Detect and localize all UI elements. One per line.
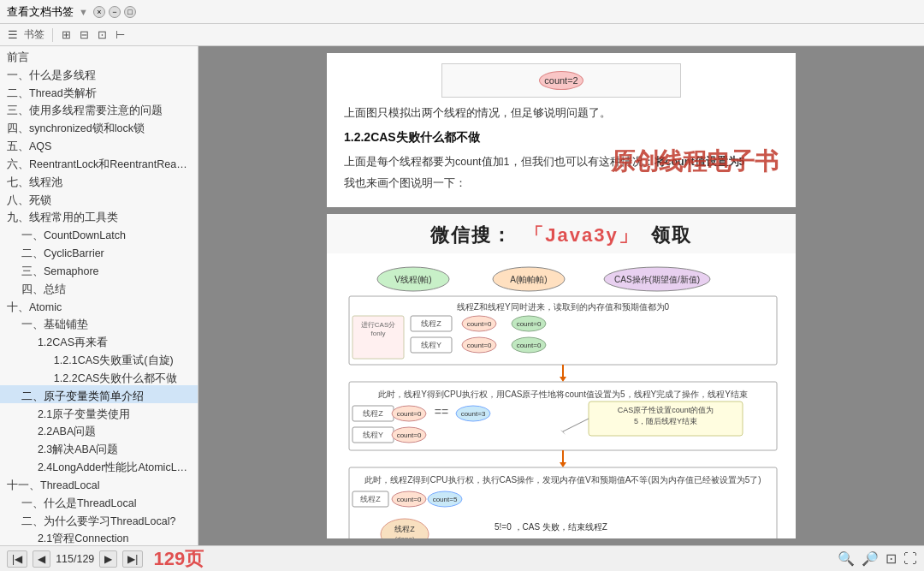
sidebar-item-10-2-2[interactable]: 2.2ABA问题 (0, 420, 198, 438)
prev-page-btn[interactable]: ◀ (33, 550, 50, 568)
toolbar-btn-3[interactable]: ⊡ (95, 27, 110, 42)
svg-text:线程Y: 线程Y (363, 431, 383, 439)
close-btn[interactable]: × (93, 6, 105, 18)
svg-text:CAS操作(期望值/新值): CAS操作(期望值/新值) (614, 275, 700, 284)
min-btn[interactable]: − (109, 6, 121, 18)
page-top-content: count=2 上面图只模拟出两个线程的情况，但足够说明问题了。 1.2.2CA… (327, 53, 796, 207)
sidebar-item-11-2-1[interactable]: 2.1管程Connection (0, 527, 198, 545)
diagram-svg: V线程(帕) A(帕帕帕) CAS操作(期望值/新值) 线程Z和线程Y同时进来，… (341, 260, 782, 538)
sidebar-item-7[interactable]: 七、线程池 (0, 171, 198, 189)
promo-header: 微信搜： 「Java3y」 领取 (327, 214, 796, 253)
intro-text: 上面是每个线程都要为count值加1，但我们也可以有这种情况：将count值设置… (344, 153, 779, 171)
next-page-btn[interactable]: ▶ (99, 550, 117, 568)
fullscreen-icon[interactable]: ⛶ (903, 551, 917, 567)
toolbar-menu-icon[interactable]: ☰ (5, 27, 21, 42)
sidebar-item-preface[interactable]: 前言 (0, 46, 198, 64)
main-layout: 前言 一、什么是多线程 二、Thread类解析 三、使用多线程需要注意的问题 四… (0, 46, 924, 545)
svg-text:CAS原子性设置count的值为: CAS原子性设置count的值为 (618, 406, 714, 414)
svg-text:==: == (435, 405, 448, 419)
intro-para: 上面图只模拟出两个线程的情况，但足够说明问题了。 (344, 104, 779, 122)
svg-text:V线程(帕): V线程(帕) (394, 275, 431, 284)
toolbar-separator (52, 28, 53, 42)
promo-text1: 微信搜： (430, 224, 512, 246)
fit-icon[interactable]: ⊡ (886, 550, 897, 567)
svg-text:(done): (done) (394, 535, 414, 538)
toolbar-btn-1[interactable]: ⊞ (59, 27, 74, 42)
svg-text:fonly: fonly (371, 330, 386, 337)
title-bar-controls: × − □ (93, 6, 136, 18)
sidebar-item-8[interactable]: 八、死锁 (0, 189, 198, 207)
page-view: count=2 上面图只模拟出两个线程的情况，但足够说明问题了。 1.2.2CA… (198, 46, 924, 545)
svg-text:count=0: count=0 (397, 431, 422, 439)
svg-text:5，随后线程Y结束: 5，随后线程Y结束 (634, 417, 697, 425)
sidebar-item-10-1-2-1[interactable]: 1.2.1CAS失败重试(自旋) (0, 349, 198, 367)
sidebar-item-9-2[interactable]: 二、CyclicBarrier (0, 242, 198, 260)
svg-text:线程Z: 线程Z (363, 409, 383, 418)
sidebar-item-6[interactable]: 六、ReentrantLock和ReentrantReadW... (0, 153, 198, 171)
toolbar-btn-2[interactable]: ⊟ (77, 27, 92, 42)
svg-text:count=3: count=3 (461, 410, 486, 418)
sidebar-item-11-1[interactable]: 一、什么是ThreadLocal (0, 492, 198, 510)
sidebar-item-semaphore[interactable]: 三、Semaphore (0, 260, 198, 278)
svg-marker-24 (560, 377, 566, 382)
svg-text:进行CAS分: 进行CAS分 (361, 321, 395, 329)
sidebar-item-2[interactable]: 二、Thread类解析 (0, 82, 198, 100)
promo-quote: 「Java3y」 (524, 224, 638, 246)
toolbar-label: 书签 (24, 27, 44, 42)
max-btn[interactable]: □ (124, 6, 136, 18)
bottom-icons: 🔍 🔎 ⊡ ⛶ (838, 550, 917, 567)
svg-text:此时，线程Y得到CPU执行权，用CAS原子性地将count值: 此时，线程Y得到CPU执行权，用CAS原子性地将count值设置为5，线程Y完成… (378, 390, 748, 399)
svg-text:count=0: count=0 (467, 342, 492, 349)
svg-text:此时，线程Z得到CPU执行权，执行CAS操作，发现内存值V和: 此时，线程Z得到CPU执行权，执行CAS操作，发现内存值V和预期值A不等(因为内… (364, 475, 761, 485)
page-bottom-panel: 微信搜： 「Java3y」 领取 V线程(帕) A(帕帕帕) CAS操作(期望值… (327, 214, 796, 538)
top-diagram: count=2 (344, 63, 779, 98)
sidebar-item-3[interactable]: 三、使用多线程需要注意的问题 (0, 99, 198, 117)
sidebar-item-10-1[interactable]: 一、基础铺垫 (0, 313, 198, 331)
svg-text:count=0: count=0 (397, 410, 422, 418)
section-title-cas-fail: 1.2.2CAS失败什么都不做 (344, 128, 779, 148)
sidebar-item-9-4[interactable]: 四、总结 (0, 278, 198, 296)
svg-text:5!=0 ，CAS 失败，结束线程Z: 5!=0 ，CAS 失败，结束线程Z (495, 522, 607, 532)
svg-text:线程Z: 线程Z (421, 319, 441, 328)
sidebar-item-5[interactable]: 五、AQS (0, 135, 198, 153)
title-bar-text: 查看文档书签 (7, 4, 74, 20)
diagram-area: V线程(帕) A(帕帕帕) CAS操作(期望值/新值) 线程Z和线程Y同时进来，… (327, 253, 796, 538)
sidebar-item-10-1-2-2[interactable]: 1.2.2CAS失败什么都不做 (0, 367, 198, 385)
sidebar-item-11-2[interactable]: 二、为什么要学习ThreadLocal? (0, 510, 198, 528)
first-page-btn[interactable]: |◀ (7, 550, 27, 568)
sidebar-item-10-2-4[interactable]: 2.4LongAdder性能比AtomicLon... (0, 456, 198, 474)
toolbar: ☰ 书签 ⊞ ⊟ ⊡ ⊢ (0, 24, 924, 46)
sidebar-item-10-1-2[interactable]: 1.2CAS再来看 (0, 331, 198, 349)
svg-text:线程Z: 线程Z (360, 495, 381, 503)
sidebar-item-4[interactable]: 四、synchronized锁和lock锁 (0, 117, 198, 135)
page-count-big: 129页 (153, 546, 204, 572)
svg-text:线程Z: 线程Z (394, 525, 415, 533)
last-page-btn[interactable]: ▶| (122, 550, 143, 568)
sub-text: 我也来画个图说明一下： (344, 175, 779, 193)
sidebar-item-11[interactable]: 十一、ThreadLocal (0, 474, 198, 492)
sidebar-item-10-2-3[interactable]: 2.3解决ABA问题 (0, 438, 198, 456)
svg-text:count=5: count=5 (433, 496, 458, 503)
sidebar-item-9-1[interactable]: 一、CountDownLatch (0, 224, 198, 242)
svg-text:count=0: count=0 (467, 320, 492, 328)
sidebar-item-10[interactable]: 十、Atomic (0, 296, 198, 314)
title-bar: 查看文档书签 ▼ × − □ (0, 0, 924, 24)
svg-text:count=0: count=0 (517, 320, 542, 328)
toolbar-btn-4[interactable]: ⊢ (113, 27, 127, 42)
sidebar-item-10-2-1[interactable]: 2.1原子变量类使用 (0, 403, 198, 421)
zoom-out-icon[interactable]: 🔍 (838, 550, 855, 567)
bottom-bar: |◀ ◀ 115/129 ▶ ▶| 129页 🔍 🔎 ⊡ ⛶ (0, 545, 924, 571)
svg-text:线程Y: 线程Y (421, 341, 441, 349)
zoom-in-icon[interactable]: 🔎 (862, 550, 879, 567)
sidebar-item-9[interactable]: 九、线程常用的工具类 (0, 206, 198, 224)
sidebar-item-1[interactable]: 一、什么是多线程 (0, 64, 198, 82)
page-top-panel: count=2 上面图只模拟出两个线程的情况，但足够说明问题了。 1.2.2CA… (327, 53, 796, 207)
sidebar-item-10-2[interactable]: 二、原子变量类简单介绍 (0, 385, 198, 403)
page-number: 115/129 (56, 553, 94, 565)
pages-container: count=2 上面图只模拟出两个线程的情况，但足够说明问题了。 1.2.2CA… (198, 46, 924, 545)
sidebar[interactable]: 前言 一、什么是多线程 二、Thread类解析 三、使用多线程需要注意的问题 四… (0, 46, 198, 545)
svg-marker-44 (560, 462, 566, 467)
svg-text:A(帕帕帕): A(帕帕帕) (510, 275, 547, 284)
svg-text:count=0: count=0 (397, 496, 422, 503)
svg-text:线程Z和线程Y同时进来，读取到的内存值和预期值都为0: 线程Z和线程Y同时进来，读取到的内存值和预期值都为0 (457, 302, 670, 312)
